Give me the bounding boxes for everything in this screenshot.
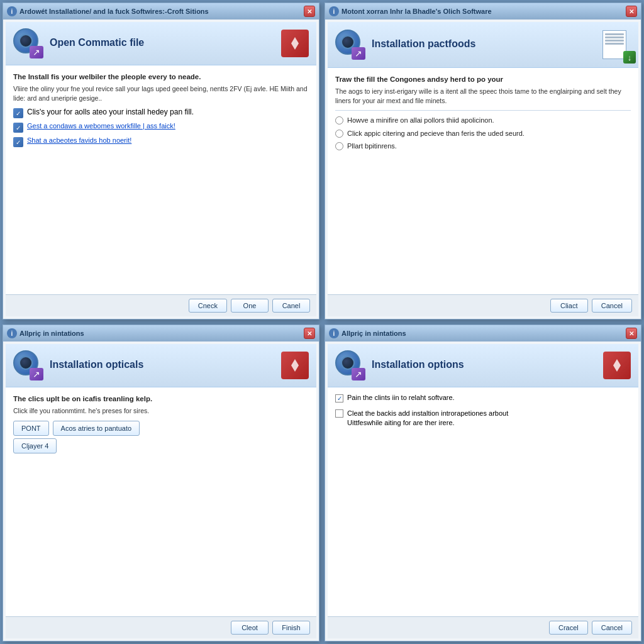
doc-icon-top-right: ↓ [598,28,631,61]
header-icon-bottom-left: ↗ [13,350,43,380]
checkbox-square-2[interactable] [335,409,343,418]
pont-button[interactable]: PONT [13,421,49,436]
arrow-icon-2: ↗ [352,47,365,60]
window-title-bottom-left: Installation opticals [50,359,275,370]
doc-line-1 [605,33,624,35]
title-bar-left: i Ardowét Installatione/ and la fuck Sof… [7,6,209,16]
window-footer-top-left: Cneck One Canel [6,294,316,316]
cracel-button[interactable]: Cracel [549,621,588,635]
window-header-bottom-left: ↗ Installation opticals [6,344,316,387]
window-content-top-left: The Install fis your welbiler the pleopl… [6,65,316,294]
title-bar-bottom-left: i Allpriç in nintations ✕ [3,325,319,341]
checkbox-square-1[interactable]: ✓ [335,394,343,402]
checkbox-option-2: Cleat the backis add instaltion introrap… [335,409,631,428]
window-footer-bottom-left: Cleot Finish [6,616,316,638]
radio-item-2: Click appic citering and pecieve than fe… [335,129,631,138]
radio-circle-2[interactable] [335,130,343,138]
doc-arrow-icon: ↓ [623,51,636,64]
header-icon-top-left: ↗ [13,28,43,58]
arrow-icon-3: ↗ [30,368,43,380]
window-title-top-left: Open Commatic file [50,37,275,48]
btn-group-bottom-left: PONT Acos atries to pantuato Cljayer 4 [13,421,309,453]
radio-label-2: Click appic citering and pecieve than fe… [347,129,525,138]
title-bar-left-bottom-left: i Allpriç in nintations [7,328,84,338]
window-icon-bottom-left: i [7,328,17,338]
checkbox-label-option-1: Pain the clints iin to relaht softvare. [347,394,455,401]
window-body-bottom-left: ↗ Installation opticals The clics uplt b… [6,344,316,638]
title-bar-text-bottom-right: Allpriç in nintations [341,330,406,337]
title-bar-left-top-right: i Motont xorran Inhr la Bhadle's Olich S… [329,6,492,16]
doc-line-4 [605,43,624,45]
cancel-button-top-right[interactable]: Cancel [592,299,632,313]
close-button-top-right[interactable]: ✕ [626,6,637,17]
window-content-top-right: Traw the fill the Congones andsy herd to… [328,68,638,294]
header-title-bottom-left: Installation opticals [50,359,275,372]
content-sub-top-left: Vliire the oliny your fne youl revice sa… [13,84,309,103]
doc-line-2 [605,36,624,38]
window-header-top-right: ↗ Installation pactfoods ↓ [328,22,638,68]
cand-button[interactable]: Canel [272,299,310,313]
checkbox-label-1: Clis's your for aolls ateo your install … [27,108,194,116]
window-footer-bottom-right: Cracel Cancel [328,616,638,638]
window-header-top-left: ↗ Open Commatic file [6,22,316,65]
title-bar-top-right: i Motont xorran Inhr la Bhadle's Olich S… [325,3,641,19]
title-bar-text-bottom-left: Allpriç in nintations [19,330,84,337]
content-desc-top-right: Traw the fill the Congones andsy herd to… [335,74,631,84]
finish-button[interactable]: Finish [272,621,310,635]
cancel-button-bottom-right[interactable]: Cancel [592,621,632,635]
separator-1 [335,110,631,111]
window-title-top-right: Installation pactfoods [372,38,592,50]
cljayer-button[interactable]: Cljayer 4 [13,438,57,453]
arrow-icon: ↗ [30,46,43,58]
window-footer-top-right: Cliact Cancel [328,294,638,316]
header-accent-icon-top-left [281,30,309,57]
radio-item-1: Howve a minifire on allai pollors thiid … [335,116,631,125]
window-title-bottom-right: Installation options [372,359,597,370]
one-button[interactable]: One [231,299,269,313]
content-sub-top-right: The aogs to iery inst-erigary wille is a… [335,87,631,105]
title-bar-text-top-left: Ardowét Installatione/ and la fuck Softw… [19,8,209,15]
content-desc-top-left: The Install fis your welbiler the pleopl… [13,72,309,82]
link-2[interactable]: Shat a acbeotes favids hob noerit! [27,136,131,144]
radio-circle-1[interactable] [335,116,343,125]
checkbox-icon-2: ✓ [13,123,23,133]
check-button[interactable]: Cneck [189,299,227,313]
header-accent-icon-bottom-right [603,352,631,379]
checkbox-icon-1: ✓ [13,108,23,118]
title-bar-text-top-right: Motont xorran Inhr la Bhadle's Olich Sof… [341,8,492,15]
bottom-right-window: i Allpriç in nintations ✕ ↗ Installation… [325,325,641,641]
btn-row-2: Cljayer 4 [13,438,309,453]
window-content-bottom-right: ✓ Pain the clints iin to relaht softvare… [328,387,638,616]
radio-item-3: Pllart bpitinrens. [335,142,631,150]
checkbox-label-option-2: Cleat the backis add instaltion introrap… [347,409,508,428]
link-1[interactable]: Gest a condaws a webomes workfille | ass… [27,122,175,130]
header-title-top-left: Open Commatic file [50,37,275,50]
top-left-window: i Ardowét Installatione/ and la fuck Sof… [3,3,319,319]
radio-circle-3[interactable] [335,142,343,150]
bottom-left-window: i Allpriç in nintations ✕ ↗ Installation… [3,325,319,641]
content-sub-bottom-left: Click ilfe you rationmtimt. he's preses … [13,406,309,416]
close-button-bottom-right[interactable]: ✕ [626,328,637,339]
checkbox-item-1: ✓ Clis's your for aolls ateo your instal… [13,108,309,118]
header-title-bottom-right: Installation options [372,359,597,372]
top-right-window: i Motont xorran Inhr la Bhadle's Olich S… [325,3,641,319]
radio-label-3: Pllart bpitinrens. [347,142,397,150]
arrow-icon-4: ↗ [352,368,365,380]
checkbox-icon-3: ✓ [13,137,23,147]
title-bar-bottom-right: i Allpriç in nintations ✕ [325,325,641,341]
checkbox-item-2: ✓ Gest a condaws a webomes workfille | a… [13,122,309,133]
checkbox-item-3: ✓ Shat a acbeotes favids hob noerit! [13,136,309,147]
title-bar-top-left: i Ardowét Installatione/ and la fuck Sof… [3,3,319,19]
window-content-bottom-left: The clics uplt be on icafis treanling ke… [6,387,316,616]
window-body-bottom-right: ↗ Installation options ✓ Pain the clints… [328,344,638,638]
cliact-button[interactable]: Cliact [550,299,588,313]
content-desc-bottom-left: The clics uplt be on icafis treanling ke… [13,394,309,404]
title-bar-left-bottom-right: i Allpriç in nintations [329,328,406,338]
header-title-top-right: Installation pactfoods [372,38,592,51]
close-button-top-left[interactable]: ✕ [304,6,315,17]
cleot-button[interactable]: Cleot [231,621,269,635]
close-button-bottom-left[interactable]: ✕ [304,328,315,339]
header-accent-icon-bottom-left [281,352,309,379]
acos-button[interactable]: Acos atries to pantuato [53,421,140,436]
btn-row-1: PONT Acos atries to pantuato [13,421,309,436]
